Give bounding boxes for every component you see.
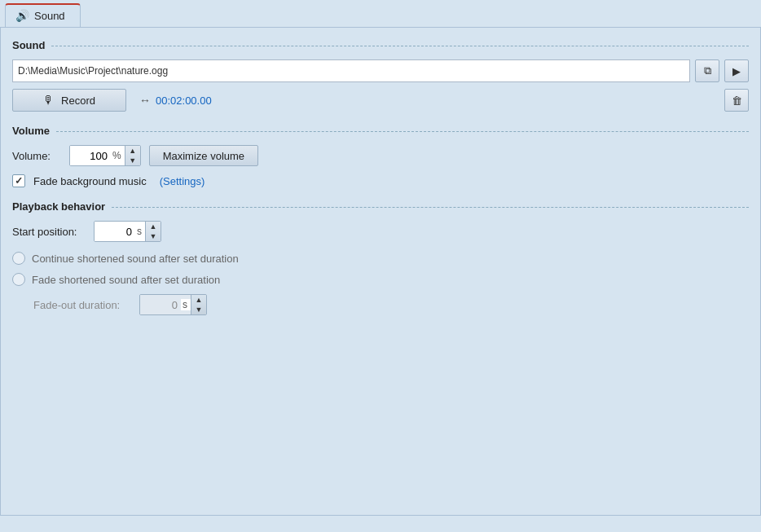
tab-bar: 🔊 Sound	[0, 0, 761, 27]
fade-checkbox[interactable]	[12, 174, 25, 187]
playback-section-label: Playback behavior	[12, 200, 105, 213]
duration-label: 00:02:00.00	[156, 95, 212, 107]
sound-file-input[interactable]	[12, 59, 690, 82]
fade-label: Fade background music	[33, 175, 147, 187]
fade-out-input[interactable]	[140, 295, 181, 314]
volume-section: Volume Volume: % ▲ ▼ Maximize volume Fad…	[12, 125, 749, 187]
start-pos-spinbox: s ▲ ▼	[94, 221, 161, 242]
fade-out-spinbox: s ▲ ▼	[139, 294, 207, 315]
mic-icon: 🎙	[43, 94, 55, 107]
volume-down-arrow[interactable]: ▼	[125, 156, 140, 165]
sound-file-row: ⧉ ▶	[12, 59, 749, 82]
tab-sound[interactable]: 🔊 Sound	[5, 3, 81, 27]
volume-spinbox: % ▲ ▼	[69, 145, 141, 166]
playback-section-divider	[112, 207, 749, 208]
fade-out-up-arrow[interactable]: ▲	[191, 295, 206, 305]
start-pos-label: Start position:	[12, 226, 86, 238]
start-pos-up-arrow[interactable]: ▲	[146, 222, 161, 231]
fade-out-label: Fade-out duration:	[33, 299, 131, 311]
sound-tab-icon: 🔊	[15, 9, 29, 22]
record-row: 🎙 Record ↔ 00:02:00.00 🗑	[12, 89, 749, 112]
volume-section-divider	[56, 131, 749, 132]
sound-section: Sound ⧉ ▶ 🎙 Record ↔ 00:02:00.00 �	[12, 39, 749, 112]
play-btn[interactable]: ▶	[724, 59, 749, 82]
radio-fade[interactable]	[12, 273, 25, 286]
volume-label: Volume:	[12, 150, 61, 162]
radio-continue[interactable]	[12, 252, 25, 265]
start-pos-input[interactable]	[95, 222, 135, 241]
record-button[interactable]: 🎙 Record	[12, 89, 126, 112]
radio-continue-row: Continue shortened sound after set durat…	[12, 252, 749, 265]
resize-icon: ↔	[139, 94, 151, 107]
start-pos-unit: s	[135, 226, 145, 237]
delete-btn[interactable]: 🗑	[724, 89, 749, 112]
volume-input[interactable]	[70, 146, 111, 165]
playback-section-header: Playback behavior	[12, 200, 749, 213]
start-pos-arrows: ▲ ▼	[145, 222, 161, 241]
trash-icon: 🗑	[732, 95, 742, 107]
duration-group: ↔ 00:02:00.00	[139, 94, 212, 107]
fade-row: Fade background music (Settings)	[12, 174, 749, 187]
fade-out-unit: s	[181, 299, 191, 310]
copy-icon: ⧉	[704, 64, 711, 77]
sound-section-label: Sound	[12, 39, 45, 51]
browse-icon-btn[interactable]: ⧉	[695, 59, 719, 82]
record-btn-label: Record	[61, 95, 95, 107]
main-panel: Sound ⧉ ▶ 🎙 Record ↔ 00:02:00.00 �	[0, 27, 761, 516]
volume-section-label: Volume	[12, 125, 50, 137]
volume-up-arrow[interactable]: ▲	[125, 146, 140, 156]
sound-section-header: Sound	[12, 39, 749, 51]
sound-section-divider	[51, 46, 749, 46]
fade-out-arrows: ▲ ▼	[191, 295, 206, 314]
volume-row: Volume: % ▲ ▼ Maximize volume	[12, 145, 749, 166]
play-icon: ▶	[732, 65, 741, 77]
maximize-volume-button[interactable]: Maximize volume	[149, 145, 258, 166]
fade-out-down-arrow[interactable]: ▼	[191, 305, 206, 314]
volume-unit: %	[111, 150, 125, 161]
fade-out-row: Fade-out duration: s ▲ ▼	[33, 294, 749, 315]
start-position-row: Start position: s ▲ ▼	[12, 221, 749, 242]
volume-spinbox-arrows: ▲ ▼	[125, 146, 140, 165]
start-pos-down-arrow[interactable]: ▼	[146, 231, 161, 241]
tab-sound-label: Sound	[34, 10, 65, 22]
radio-fade-row: Fade shortened sound after set duration	[12, 273, 749, 286]
settings-link[interactable]: (Settings)	[160, 175, 205, 187]
radio-fade-label: Fade shortened sound after set duration	[32, 274, 220, 286]
volume-section-header: Volume	[12, 125, 749, 137]
radio-continue-label: Continue shortened sound after set durat…	[32, 253, 239, 265]
playback-section: Playback behavior Start position: s ▲ ▼ …	[12, 200, 749, 315]
